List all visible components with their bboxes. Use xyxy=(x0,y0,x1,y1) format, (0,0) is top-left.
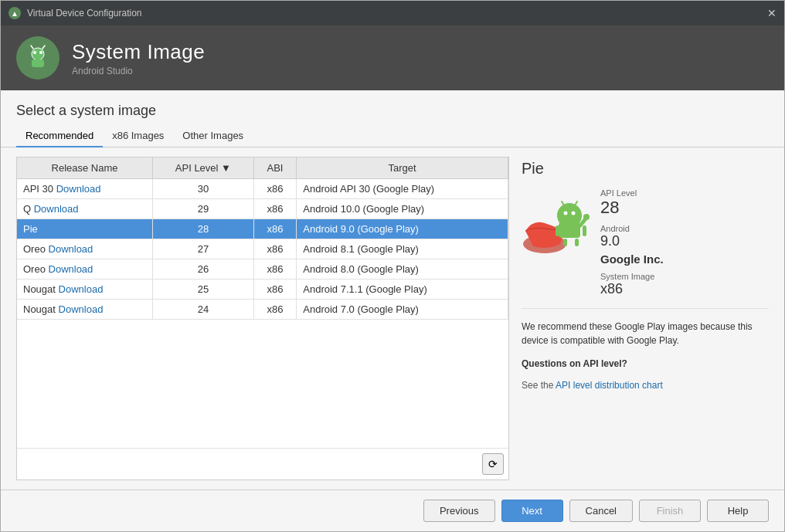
download-link[interactable]: Download xyxy=(49,263,93,275)
cell-abi: x86 xyxy=(253,300,297,320)
system-image-label: System Image xyxy=(600,272,769,281)
system-image-value: x86 xyxy=(600,281,769,297)
page-title: Select a system image xyxy=(1,90,784,125)
table-row[interactable]: Oreo Download27x86Android 8.1 (Google Pl… xyxy=(17,239,508,259)
cell-target: Android 10.0 (Google Play) xyxy=(297,199,508,219)
recommend-text: We recommend these Google Play images be… xyxy=(522,320,769,347)
cell-abi: x86 xyxy=(253,199,297,219)
download-link[interactable]: Download xyxy=(59,303,104,315)
cell-abi: x86 xyxy=(253,239,297,259)
col-target: Target xyxy=(297,158,508,179)
svg-point-3 xyxy=(33,51,36,54)
app-icon: ▲ xyxy=(8,7,21,19)
col-abi: ABI xyxy=(253,158,297,179)
svg-point-10 xyxy=(564,212,568,215)
cell-api-level: 25 xyxy=(153,280,254,300)
tab-recommended[interactable]: Recommended xyxy=(16,125,103,147)
cell-api-level: 24 xyxy=(153,300,254,320)
tab-other[interactable]: Other Images xyxy=(173,125,253,147)
system-image-table-panel: Release Name API Level ▼ ABI Target API … xyxy=(16,157,509,480)
svg-rect-17 xyxy=(575,239,579,246)
android-label: Android xyxy=(600,224,769,233)
header-text: System Image Android Studio xyxy=(72,40,205,76)
cancel-button[interactable]: Cancel xyxy=(569,500,633,522)
cell-release-name: Oreo Download xyxy=(17,259,153,280)
cell-release-name: Pie xyxy=(17,219,153,239)
system-image-table: Release Name API Level ▼ ABI Target API … xyxy=(17,158,508,320)
header-subtitle: Android Studio xyxy=(72,66,205,76)
cell-abi: x86 xyxy=(253,259,297,280)
download-link[interactable]: Download xyxy=(49,243,93,255)
android-studio-logo xyxy=(16,36,59,80)
questions-label: Questions on API level? xyxy=(522,358,769,369)
cell-target: Android 9.0 (Google Play) xyxy=(297,219,508,239)
tab-bar: Recommended x86 Images Other Images xyxy=(1,125,784,147)
table-row[interactable]: Pie28x86Android 9.0 (Google Play) xyxy=(17,219,508,239)
cell-target: Android 8.0 (Google Play) xyxy=(297,259,508,280)
cell-api-level: 29 xyxy=(153,199,254,219)
see-text: See the xyxy=(522,380,556,391)
divider xyxy=(522,308,769,309)
cell-release-name: Oreo Download xyxy=(17,239,153,259)
cell-release-name: Q Download xyxy=(17,199,153,219)
table-row[interactable]: Nougat Download24x86Android 7.0 (Google … xyxy=(17,300,508,320)
download-link[interactable]: Download xyxy=(56,183,101,195)
table-row[interactable]: API 30 Download30x86Android API 30 (Goog… xyxy=(17,179,508,199)
android-value: 9.0 xyxy=(600,233,769,249)
window-title: Virtual Device Configuration xyxy=(27,8,142,19)
refresh-button[interactable]: ⟳ xyxy=(482,453,504,475)
detail-title: Pie xyxy=(522,160,769,178)
table-header-row: Release Name API Level ▼ ABI Target xyxy=(17,158,508,179)
virtual-device-window: ▲ Virtual Device Configuration ✕ System … xyxy=(0,0,785,532)
cell-api-level: 26 xyxy=(153,259,254,280)
close-button[interactable]: ✕ xyxy=(767,8,777,19)
svg-rect-9 xyxy=(559,222,580,238)
cell-abi: x86 xyxy=(253,179,297,199)
svg-point-11 xyxy=(572,212,576,215)
table-row[interactable]: Q Download29x86Android 10.0 (Google Play… xyxy=(17,199,508,219)
table-footer: ⟳ xyxy=(17,448,508,479)
download-link[interactable]: Download xyxy=(59,283,104,295)
table-row[interactable]: Nougat Download25x86Android 7.1.1 (Googl… xyxy=(17,280,508,300)
android-info: API Level 28 Android 9.0 Google Inc. Sys… xyxy=(600,188,769,297)
android-image-area: API Level 28 Android 9.0 Google Inc. Sys… xyxy=(522,188,769,297)
table-row[interactable]: Oreo Download26x86Android 8.0 (Google Pl… xyxy=(17,259,508,280)
cell-target: Android 7.1.1 (Google Play) xyxy=(297,280,508,300)
cell-release-name: Nougat Download xyxy=(17,280,153,300)
main-split: Release Name API Level ▼ ABI Target API … xyxy=(1,147,784,490)
android-mascot xyxy=(522,188,591,258)
cell-target: Android 8.1 (Google Play) xyxy=(297,239,508,259)
download-link[interactable]: Download xyxy=(34,203,79,215)
svg-point-1 xyxy=(32,48,44,60)
cell-api-level: 28 xyxy=(153,219,254,239)
title-bar: ▲ Virtual Device Configuration ✕ xyxy=(1,1,784,25)
svg-rect-14 xyxy=(556,225,559,236)
api-level-value: 28 xyxy=(600,198,769,218)
api-level-label: API Level xyxy=(600,188,769,198)
cell-abi: x86 xyxy=(253,280,297,300)
cell-release-name: Nougat Download xyxy=(17,300,153,320)
table-scroll-area[interactable]: Release Name API Level ▼ ABI Target API … xyxy=(17,158,508,448)
vendor-value: Google Inc. xyxy=(600,252,769,266)
tab-x86[interactable]: x86 Images xyxy=(103,125,173,147)
detail-panel: Pie xyxy=(522,157,769,480)
cell-abi: x86 xyxy=(253,219,297,239)
col-release-name[interactable]: Release Name xyxy=(17,158,153,179)
col-api-level[interactable]: API Level ▼ xyxy=(153,158,254,179)
svg-line-13 xyxy=(575,202,577,205)
title-bar-left: ▲ Virtual Device Configuration xyxy=(8,7,142,19)
finish-button[interactable]: Finish xyxy=(639,500,701,522)
api-chart-text: See the API level distribution chart xyxy=(522,380,769,391)
header: System Image Android Studio xyxy=(1,25,784,90)
svg-rect-16 xyxy=(563,239,567,246)
svg-line-12 xyxy=(562,202,564,205)
api-chart-link[interactable]: API level distribution chart xyxy=(556,380,663,391)
cell-release-name: API 30 Download xyxy=(17,179,153,199)
previous-button[interactable]: Previous xyxy=(423,500,495,522)
next-button[interactable]: Next xyxy=(501,500,563,522)
content-area: Select a system image Recommended x86 Im… xyxy=(1,90,784,490)
cell-api-level: 27 xyxy=(153,239,254,259)
svg-rect-15 xyxy=(583,225,586,236)
help-button[interactable]: Help xyxy=(707,500,769,522)
svg-point-19 xyxy=(583,214,590,220)
